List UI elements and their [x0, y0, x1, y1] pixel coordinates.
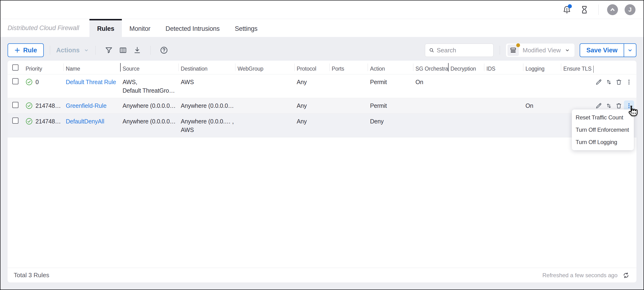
webgroup-cell	[235, 74, 294, 98]
logging-cell	[523, 74, 561, 98]
plus-icon	[14, 47, 20, 53]
search-icon	[429, 47, 434, 53]
app-logo[interactable]	[607, 4, 618, 15]
refresh-button[interactable]	[622, 271, 630, 279]
row-checkbox[interactable]	[12, 102, 18, 108]
row-select-cell	[8, 74, 23, 98]
columns-button[interactable]	[117, 45, 129, 56]
trash-icon	[615, 79, 622, 86]
source-cell: AWS,Default ThreatGro…	[120, 74, 178, 98]
ids-cell	[484, 114, 523, 137]
filter-button[interactable]	[103, 45, 114, 56]
col-header-decryption[interactable]: Decryption	[448, 61, 484, 74]
toolbar-right: Modified View Save View	[425, 43, 636, 57]
sg-orchestration-cell	[413, 98, 448, 113]
tab-bar: Distributed Cloud Firewall Rules Monitor…	[0, 19, 644, 37]
tab-detected-intrusions[interactable]: Detected Intrusions	[158, 19, 227, 37]
col-header-label: Ensure TLS	[563, 66, 592, 72]
sg-orchestration-cell	[413, 114, 448, 137]
col-header-sg-orchestration[interactable]: SG Orchestration	[413, 61, 448, 74]
priority-value: 0	[36, 78, 39, 86]
col-header-ids[interactable]: IDS	[484, 61, 523, 74]
top-bar: J	[0, 1, 644, 19]
table-row: 214748… DefaultDenyAll Anywhere (0.0.0.0…	[8, 114, 636, 137]
col-header-destination[interactable]: Destination	[178, 61, 235, 74]
more-dots-icon	[626, 79, 632, 86]
table-empty-area	[8, 137, 636, 268]
col-header-logging[interactable]: Logging	[523, 61, 561, 74]
priority-value: 214748…	[36, 117, 61, 125]
menu-item-reset-traffic-count[interactable]: Reset Traffic Count	[572, 111, 634, 124]
check-circle-icon	[26, 78, 33, 86]
tab-monitor[interactable]: Monitor	[122, 19, 158, 37]
view-selector[interactable]: Modified View	[506, 44, 574, 57]
decryption-cell	[448, 74, 484, 98]
col-header-source[interactable]: Source	[120, 61, 178, 74]
rule-name-link[interactable]: DefaultDenyAll	[66, 118, 104, 125]
col-header-protocol[interactable]: Protocol	[294, 61, 329, 74]
more-actions-button[interactable]	[624, 77, 634, 87]
save-view-dropdown[interactable]	[624, 44, 636, 57]
destination-cell: Anywhere (0.0.0.… ,AWS	[178, 114, 235, 137]
decryption-cell	[448, 98, 484, 113]
ids-cell	[484, 98, 523, 113]
col-header-name[interactable]: Name	[64, 61, 120, 74]
rule-name-link[interactable]: Default Threat Rule	[66, 79, 116, 85]
download-button[interactable]	[132, 45, 143, 56]
toolbar-divider	[50, 46, 50, 55]
protocol-cell: Any	[294, 74, 329, 98]
col-header-webgroup[interactable]: WebGroup	[235, 61, 294, 74]
check-circle-icon	[26, 102, 33, 109]
destination-line: AWS	[181, 125, 233, 134]
webgroup-cell	[235, 114, 294, 137]
add-rule-button[interactable]: Rule	[8, 43, 44, 57]
tab-label: Settings	[235, 25, 258, 33]
col-header-ports[interactable]: Ports	[329, 61, 368, 74]
table-footer: Total 3 Rules Refreshed a few seconds ag…	[8, 268, 636, 282]
toolbar-divider	[150, 46, 151, 55]
action-cell: Deny	[368, 114, 413, 137]
search-input[interactable]	[437, 47, 490, 54]
source-line: AWS,	[122, 78, 176, 86]
decryption-cell	[448, 114, 484, 137]
notifications-button[interactable]	[562, 4, 572, 15]
priority-cell: 214748…	[23, 98, 64, 113]
select-all-checkbox[interactable]	[12, 64, 18, 71]
name-cell: Default Threat Rule	[64, 74, 120, 98]
row-checkbox[interactable]	[12, 78, 18, 84]
rule-name-link[interactable]: Greenfield-Rule	[66, 102, 106, 109]
help-circle-icon	[160, 46, 168, 54]
col-header-ensure-tls[interactable]: Ensure TLS	[561, 61, 594, 74]
menu-item-turn-off-enforcement[interactable]: Turn Off Enforcement	[572, 124, 634, 136]
ids-cell	[484, 74, 523, 98]
actions-button[interactable]: Actions	[56, 47, 89, 54]
row-context-menu: Reset Traffic Count Turn Off Enforcement…	[572, 109, 634, 150]
webgroup-cell	[235, 98, 294, 113]
trash-icon	[615, 102, 622, 109]
menu-item-turn-off-logging[interactable]: Turn Off Logging	[572, 136, 634, 148]
chevron-up-icon	[609, 6, 616, 13]
reorder-rule-button[interactable]	[604, 77, 614, 87]
tab-label: Monitor	[130, 25, 150, 33]
tab-rules[interactable]: Rules	[90, 19, 122, 37]
top-bar-actions: J	[562, 4, 636, 15]
tab-settings[interactable]: Settings	[227, 19, 265, 37]
check-circle-icon	[26, 118, 33, 125]
col-header-action[interactable]: Action	[368, 61, 413, 74]
col-header-priority[interactable]: Priority	[23, 61, 64, 74]
topbar-divider	[598, 5, 598, 15]
help-button[interactable]	[158, 45, 170, 56]
user-avatar[interactable]: J	[624, 4, 636, 15]
priority-cell: 214748…	[23, 114, 64, 137]
save-view-label[interactable]: Save View	[580, 44, 624, 57]
toolbar-left: Rule Actions	[8, 43, 171, 57]
ports-cell	[329, 74, 368, 98]
edit-rule-button[interactable]	[594, 77, 604, 87]
footer-right: Refreshed a few seconds ago	[542, 271, 630, 279]
row-select-cell	[8, 98, 23, 113]
pending-tasks-button[interactable]	[579, 4, 590, 15]
row-checkbox[interactable]	[12, 117, 18, 124]
ports-cell	[329, 114, 368, 137]
total-rules-label: Total 3 Rules	[14, 271, 49, 279]
delete-rule-button[interactable]	[614, 77, 624, 87]
